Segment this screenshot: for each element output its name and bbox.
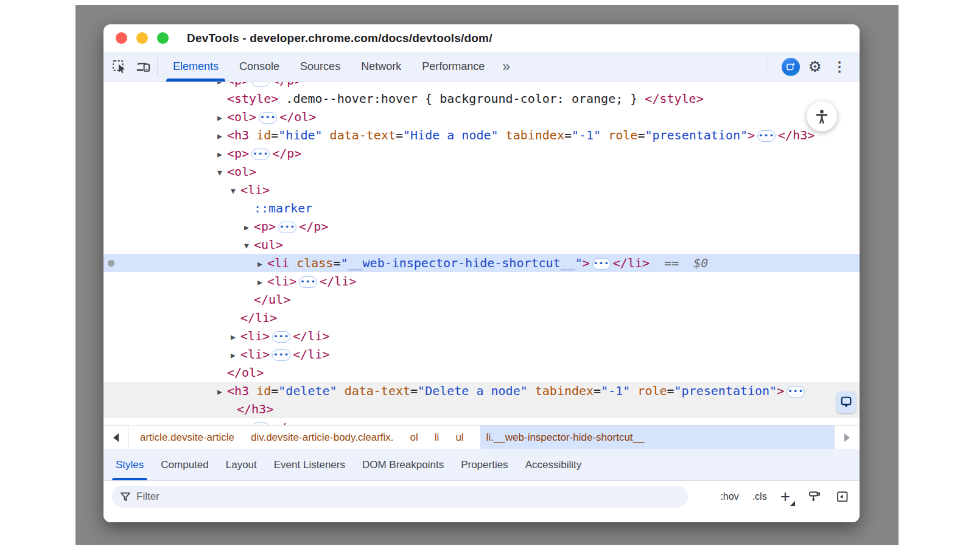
dom-token: class	[289, 256, 333, 270]
dom-node-row[interactable]: ▶<li>•••</li>	[103, 327, 860, 345]
tab-network[interactable]: Network	[351, 52, 412, 82]
dom-node-row[interactable]: ▶<li>•••</li>	[103, 345, 860, 363]
device-toolbar-icon[interactable]	[134, 58, 152, 76]
dom-token: =	[271, 383, 278, 398]
ai-assistance-icon[interactable]	[782, 58, 800, 76]
tree-expand-arrow-icon[interactable]: ▶	[231, 328, 240, 346]
ellipsis-expand-pill[interactable]: •••	[787, 386, 805, 397]
dom-token: </li>	[293, 347, 329, 362]
tree-expand-arrow-icon[interactable]: ▶	[217, 109, 227, 127]
close-window-button[interactable]	[116, 32, 127, 44]
dom-token: $0	[693, 256, 708, 270]
tab-properties[interactable]: Properties	[452, 449, 516, 480]
dom-token: </p>	[272, 420, 301, 425]
styles-filter-input[interactable]	[136, 491, 681, 503]
tree-expand-arrow-icon[interactable]: ▶	[258, 273, 267, 292]
tree-expand-arrow-icon[interactable]: ▼	[231, 182, 240, 200]
breadcrumb-item[interactable]: ol	[410, 432, 418, 444]
dom-token: </p>	[272, 146, 301, 161]
tab-elements[interactable]: Elements	[163, 52, 229, 82]
dom-node-row[interactable]: ▶<h3 id="hide" data-text="Hide a node" t…	[103, 126, 860, 144]
tab-computed[interactable]: Computed	[152, 449, 217, 480]
dom-node-row[interactable]: ▼<ul>	[103, 236, 860, 254]
dom-token: <li>	[240, 329, 270, 343]
minimize-window-button[interactable]	[136, 32, 148, 44]
breadcrumb-item[interactable]: article.devsite-article	[140, 432, 234, 444]
tab-sources[interactable]: Sources	[290, 52, 351, 82]
ellipsis-expand-pill[interactable]: •••	[251, 149, 270, 160]
ellipsis-expand-pill[interactable]: •••	[251, 82, 270, 87]
breadcrumb-item[interactable]: ul	[455, 432, 463, 444]
devtools-window: DevTools - developer.chrome.com/docs/dev…	[103, 24, 860, 522]
tree-expand-arrow-icon[interactable]: ▼	[217, 164, 227, 182]
page-accessibility-overlay-button[interactable]	[807, 101, 837, 131]
dom-token: "presentation"	[645, 128, 748, 142]
tab-event-listeners[interactable]: Event Listeners	[265, 449, 354, 480]
breadcrumb-scroll-left-button[interactable]	[103, 425, 129, 449]
dom-node-row[interactable]: ▶<li class="__web-inspector-hide-shortcu…	[103, 254, 860, 272]
dom-node-row[interactable]: ▶<p>•••</p>	[103, 82, 860, 89]
new-style-rule-button[interactable]: +	[780, 488, 794, 505]
ellipsis-expand-pill[interactable]: •••	[299, 276, 317, 288]
ellipsis-expand-pill[interactable]: •••	[272, 349, 290, 361]
tab-layout[interactable]: Layout	[217, 449, 265, 480]
tree-expand-arrow-icon[interactable]: ▶	[231, 346, 240, 365]
ellipsis-expand-pill[interactable]: •••	[757, 130, 776, 142]
dom-node-row[interactable]: ▶<p>•••</p>	[103, 217, 860, 236]
tab-dom-breakpoints[interactable]: DOM Breakpoints	[354, 449, 452, 480]
inspect-element-icon[interactable]	[110, 58, 128, 76]
dom-node-row[interactable]: ▶<li>•••</li>	[103, 272, 860, 290]
breadcrumb-item[interactable]: li.__web-inspector-hide-shortcut__	[480, 425, 834, 449]
dom-token: </style>	[645, 91, 703, 106]
tab-performance[interactable]: Performance	[412, 52, 495, 82]
dom-node-row[interactable]: ▶<ol>•••</ol>	[103, 108, 860, 126]
dom-node-row[interactable]: ▶<p>•••</p>	[103, 418, 860, 425]
dom-token: <h3	[227, 383, 249, 398]
dom-token: ::marker	[254, 201, 312, 215]
tab-console[interactable]: Console	[229, 52, 290, 82]
window-title: DevTools - developer.chrome.com/docs/dev…	[187, 32, 492, 45]
tree-expand-arrow-icon[interactable]: ▼	[244, 237, 254, 255]
ellipsis-expand-pill[interactable]: •••	[592, 258, 611, 270]
ask-ai-node-badge[interactable]	[836, 391, 856, 413]
dom-token: =	[271, 128, 278, 142]
active-tab-underline	[112, 478, 147, 480]
dom-node-row[interactable]: </ul>	[103, 290, 860, 309]
breadcrumb-scroll-right-button[interactable]	[834, 425, 860, 449]
kebab-menu-icon[interactable]: ⋮	[830, 59, 849, 75]
toggle-sidebar-icon[interactable]	[835, 489, 850, 504]
paint-roller-icon[interactable]	[807, 489, 822, 504]
toolbar-right-group: ⚙ ⋮	[763, 58, 860, 76]
dom-token: <p>	[254, 219, 276, 234]
dom-node-row[interactable]: </h3>	[103, 400, 860, 418]
dom-node-row[interactable]: ▼<li>	[103, 181, 860, 199]
dom-node-row[interactable]: <style> .demo--hover:hover { background-…	[103, 89, 860, 108]
dom-node-row[interactable]: ▶<h3 id="delete" data-text="Delete a nod…	[103, 382, 860, 400]
dom-node-row[interactable]: </li>	[103, 309, 860, 327]
ellipsis-expand-pill[interactable]: •••	[259, 112, 277, 124]
settings-gear-icon[interactable]: ⚙	[808, 59, 822, 74]
zoom-window-button[interactable]	[157, 32, 169, 44]
dom-token: </h3>	[778, 128, 815, 142]
tab-accessibility[interactable]: Accessibility	[517, 449, 590, 480]
tree-expand-arrow-icon[interactable]: ▶	[217, 127, 227, 145]
dom-node-row[interactable]: ▶<p>•••</p>	[103, 144, 860, 163]
tree-expand-arrow-icon[interactable]: ▶	[217, 383, 227, 401]
breadcrumb-item[interactable]: div.devsite-article-body.clearfix.	[251, 432, 394, 444]
tab-styles[interactable]: Styles	[107, 449, 152, 480]
ellipsis-expand-pill[interactable]: •••	[278, 222, 296, 233]
right-arrow-icon	[844, 433, 850, 442]
dom-node-row[interactable]: ::marker	[103, 199, 860, 217]
tree-expand-arrow-icon[interactable]: ▶	[217, 145, 227, 164]
dom-node-row[interactable]: ▼<ol>	[103, 163, 860, 181]
more-tabs-icon[interactable]: »	[495, 58, 516, 75]
dom-node-row[interactable]: </ol>	[103, 363, 860, 382]
tree-expand-arrow-icon[interactable]: ▶	[217, 419, 227, 425]
styles-controls: :hov .cls +	[720, 486, 850, 508]
breadcrumb-item[interactable]: li	[435, 432, 440, 444]
tree-expand-arrow-icon[interactable]: ▶	[244, 219, 254, 237]
ellipsis-expand-pill[interactable]: •••	[272, 331, 290, 343]
element-classes-button[interactable]: .cls	[752, 491, 767, 502]
tree-expand-arrow-icon[interactable]: ▶	[258, 255, 267, 273]
toggle-element-state-button[interactable]: :hov	[720, 491, 738, 502]
